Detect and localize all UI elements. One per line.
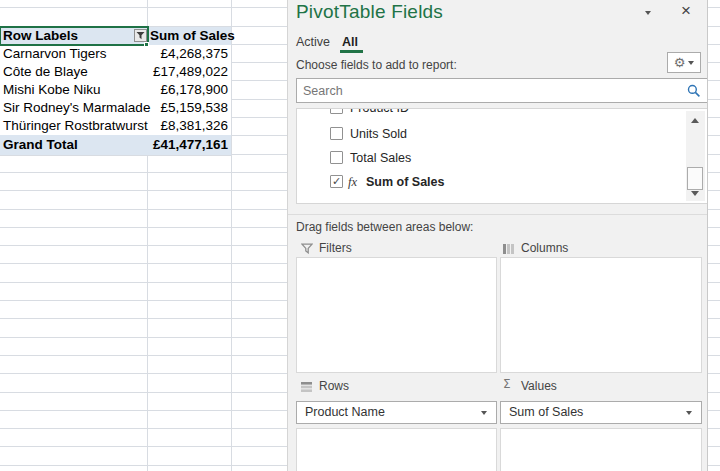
scrollbar-thumb[interactable] — [687, 167, 703, 190]
row-labels-header: Row Labels — [3, 28, 78, 43]
calculated-field-fx-icon: fx — [348, 171, 357, 193]
sum-of-sales-header-cell[interactable]: Sum of Sales — [148, 27, 231, 45]
rows-drop-area[interactable] — [296, 428, 497, 471]
pivot-row: Thüringer Rostbratwurst £8,381,326 — [0, 117, 231, 135]
fill-handle[interactable] — [144, 42, 149, 47]
value-cell[interactable]: £17,489,022 — [148, 63, 231, 81]
tab-active[interactable]: Active — [296, 35, 330, 49]
field-item-sum-of-sales[interactable]: ✓ fx Sum of Sales — [297, 171, 677, 193]
pivot-row: Mishi Kobe Niku £6,178,900 — [0, 81, 231, 99]
search-input[interactable] — [297, 79, 707, 102]
sum-of-sales-header: Sum of Sales — [150, 28, 235, 43]
product-cell[interactable]: Carnarvon Tigers — [0, 45, 148, 63]
filter-funnel-icon — [136, 31, 145, 40]
field-label: Total Sales — [350, 147, 411, 169]
chevron-down-icon[interactable] — [686, 411, 692, 415]
field-list-scrollbar[interactable] — [686, 111, 705, 201]
pivot-table: Row Labels Sum of Sales Carnarvon Tigers… — [0, 27, 231, 156]
values-field-pill[interactable]: Sum of Sales — [500, 401, 702, 424]
scroll-down-icon[interactable] — [691, 191, 699, 196]
checkbox-checked[interactable]: ✓ — [330, 175, 343, 188]
worksheet: Row Labels Sum of Sales Carnarvon Tigers… — [0, 0, 287, 471]
checkbox[interactable] — [330, 127, 343, 140]
value-cell[interactable]: £4,268,375 — [148, 45, 231, 63]
pivot-header-row: Row Labels Sum of Sales — [0, 27, 231, 45]
pane-close-button[interactable]: × — [677, 2, 695, 20]
pivot-row: Carnarvon Tigers £4,268,375 — [0, 45, 231, 63]
field-item-total-sales[interactable]: Total Sales — [297, 147, 677, 169]
columns-area-header: Columns — [503, 240, 623, 256]
values-area-header: Σ Values — [503, 378, 623, 394]
tab-all[interactable]: All — [342, 35, 358, 49]
drag-fields-label: Drag fields between areas below: — [296, 220, 473, 234]
field-list: Product ID Units Sold Total Sales ✓ fx S… — [296, 108, 708, 204]
filter-funnel-icon — [301, 242, 313, 258]
chevron-down-icon[interactable] — [481, 411, 487, 415]
tab-all-underline — [340, 50, 363, 53]
values-area-label: Values — [521, 378, 557, 394]
field-item-product-id[interactable]: Product ID — [297, 108, 677, 119]
filters-drop-area[interactable] — [296, 257, 497, 373]
value-cell[interactable]: £5,159,538 — [148, 99, 231, 117]
grand-total-row: Grand Total £41,477,161 — [0, 135, 231, 156]
field-label: Product ID — [350, 108, 409, 119]
column-divider-b-c — [231, 0, 232, 471]
scroll-up-icon[interactable] — [691, 118, 699, 123]
value-cell[interactable]: £8,381,326 — [148, 117, 231, 135]
rows-area-header: Rows — [301, 378, 421, 394]
grand-total-label-cell[interactable]: Grand Total — [0, 135, 148, 155]
autofilter-button[interactable] — [134, 29, 147, 42]
chevron-down-icon — [688, 61, 694, 65]
field-label: Sum of Sales — [366, 171, 445, 193]
rows-field-name: Product Name — [305, 405, 385, 419]
pane-options-button[interactable] — [640, 11, 656, 23]
worksheet-gridlines — [708, 0, 720, 471]
rows-area-label: Rows — [319, 378, 349, 394]
rows-field-pill[interactable]: Product Name — [296, 401, 497, 424]
checkbox[interactable] — [330, 108, 343, 114]
product-cell[interactable]: Thüringer Rostbratwurst — [0, 117, 148, 135]
right-worksheet-sliver — [708, 0, 720, 471]
field-search — [296, 78, 708, 103]
columns-area-label: Columns — [521, 240, 568, 256]
product-cell[interactable]: Sir Rodney's Marmalade — [0, 99, 148, 117]
product-cell[interactable]: Mishi Kobe Niku — [0, 81, 148, 99]
filters-area-label: Filters — [319, 240, 352, 256]
values-field-name: Sum of Sales — [509, 405, 583, 419]
tools-button[interactable]: ⚙ — [667, 52, 701, 73]
excel-window: Row Labels Sum of Sales Carnarvon Tigers… — [0, 0, 720, 471]
filters-area-header: Filters — [301, 240, 421, 256]
field-item-units-sold[interactable]: Units Sold — [297, 123, 677, 145]
checkmark-icon: ✓ — [332, 175, 341, 188]
columns-drop-area[interactable] — [500, 257, 702, 373]
sigma-icon: Σ — [503, 376, 511, 392]
pane-title: PivotTable Fields — [296, 1, 443, 23]
values-drop-area[interactable] — [500, 428, 702, 471]
grand-total-value-cell[interactable]: £41,477,161 — [148, 135, 231, 155]
pane-separator — [288, 214, 708, 215]
pivot-row: Sir Rodney's Marmalade £5,159,538 — [0, 99, 231, 117]
row-labels-header-cell[interactable]: Row Labels — [0, 27, 148, 45]
close-icon: × — [681, 1, 691, 20]
product-cell[interactable]: Côte de Blaye — [0, 63, 148, 81]
gear-icon: ⚙ — [674, 56, 686, 69]
search-icon — [687, 84, 701, 101]
choose-fields-label: Choose fields to add to report: — [296, 58, 457, 72]
rows-icon — [301, 380, 312, 396]
field-label: Units Sold — [350, 123, 407, 145]
checkbox[interactable] — [330, 151, 343, 164]
chevron-down-icon — [645, 11, 651, 15]
pivottable-fields-pane: PivotTable Fields × Active All Choose fi… — [287, 0, 708, 471]
columns-icon — [503, 242, 514, 258]
value-cell[interactable]: £6,178,900 — [148, 81, 231, 99]
pivot-row: Côte de Blaye £17,489,022 — [0, 63, 231, 81]
